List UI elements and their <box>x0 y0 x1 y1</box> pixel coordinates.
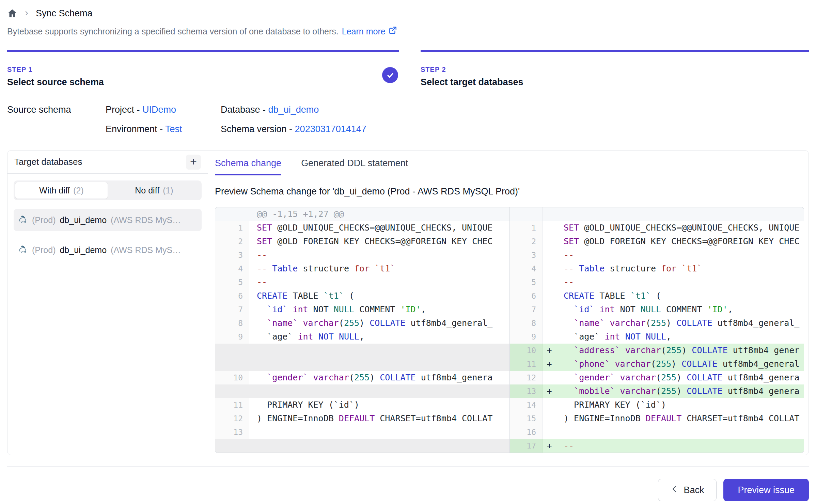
line-number <box>215 384 249 398</box>
diff-row: 8 `name` varchar(255) COLLATE utf8mb4_ge… <box>215 316 509 330</box>
project-link[interactable]: UIDemo <box>142 105 176 115</box>
line-number: 11 <box>215 398 249 412</box>
diff-row: 12) ENGINE=InnoDB DEFAULT CHARSET=utf8mb… <box>215 412 509 425</box>
line-number: 6 <box>510 289 543 303</box>
mysql-icon <box>18 244 28 256</box>
line-number <box>215 207 249 221</box>
learn-more-link[interactable]: Learn more <box>342 26 397 37</box>
source-schema-label: Source schema <box>7 105 106 115</box>
tab-no-diff[interactable]: No diff (1) <box>108 182 200 199</box>
database-list-item[interactable]: (Prod) db_ui_demo (AWS RDS MyS… <box>14 209 202 231</box>
code-line: `name` varchar(255) COLLATE utf8mb4_gene… <box>249 316 509 330</box>
diff-row: 16 <box>510 425 804 439</box>
check-icon <box>386 71 394 79</box>
code-line: `phone` varchar(255) COLLATE utf8mb4_gen… <box>556 357 804 371</box>
line-number: 13 <box>215 425 249 439</box>
breadcrumb-separator-icon: › <box>25 7 28 18</box>
preview-tabs: Schema change Generated DDL statement <box>215 158 804 175</box>
db-name: db_ui_demo <box>60 245 107 255</box>
diff-filter-tabs: With diff (2) No diff (1) <box>14 180 202 200</box>
line-number: 7 <box>510 303 543 316</box>
diff-row: 10 `gender` varchar(255) COLLATE utf8mb4… <box>215 371 509 384</box>
diff-row: 3-- <box>215 248 509 262</box>
diff-row: 2SET @OLD_FOREIGN_KEY_CHECKS=@@FOREIGN_K… <box>215 235 509 248</box>
diff-row <box>215 344 509 357</box>
diff-row: 10+ `address` varchar(255) COLLATE utf8m… <box>510 344 804 357</box>
line-number: 15 <box>510 412 543 425</box>
code-line: `gender` varchar(255) COLLATE utf8mb4_ge… <box>556 371 804 384</box>
diff-row: 13+ `mobile` varchar(255) COLLATE utf8mb… <box>510 384 804 398</box>
diff-row <box>215 357 509 371</box>
diff-row <box>215 439 509 453</box>
diff-row: 6CREATE TABLE `t1` ( <box>215 289 509 303</box>
preview-issue-button[interactable]: Preview issue <box>723 479 809 501</box>
stepper: STEP 1 Select source schema STEP 2 Selec… <box>7 50 809 88</box>
home-icon[interactable] <box>7 8 17 18</box>
code-line: PRIMARY KEY (`id`) <box>249 398 509 412</box>
diff-row: 6CREATE TABLE `t1` ( <box>510 289 804 303</box>
diff-hunk-header: @@ -1,15 +1,27 @@ <box>249 207 509 221</box>
diff-row: @@ -1,15 +1,27 @@ <box>215 207 509 221</box>
code-line: PRIMARY KEY (`id`) <box>556 398 804 412</box>
step-2-title: Select target databases <box>421 77 809 88</box>
db-environment: (Prod) <box>32 215 56 225</box>
database-link[interactable]: db_ui_demo <box>268 105 319 115</box>
line-number: 1 <box>215 221 249 235</box>
code-line <box>249 384 509 398</box>
tab-schema-change[interactable]: Schema change <box>215 158 281 175</box>
line-number: 17 <box>510 439 543 453</box>
line-number: 9 <box>215 330 249 344</box>
diff-row <box>510 207 804 221</box>
line-number: 4 <box>510 262 543 275</box>
code-line: `address` varchar(255) COLLATE utf8mb4_g… <box>556 344 804 357</box>
code-line: SET @OLD_UNIQUE_CHECKS=@@UNIQUE_CHECKS, … <box>556 221 804 235</box>
code-line: `mobile` varchar(255) COLLATE utf8mb4_ge… <box>556 384 804 398</box>
line-number: 11 <box>510 357 543 371</box>
database-field: Database - db_ui_demo <box>221 105 809 115</box>
diff-row: 5-- <box>510 275 804 289</box>
footer-actions: Back Preview issue <box>7 479 809 501</box>
code-line: -- <box>556 275 804 289</box>
line-number: 4 <box>215 262 249 275</box>
diff-add-marker <box>543 262 556 275</box>
chevron-left-icon <box>671 485 679 495</box>
code-line <box>249 344 509 357</box>
diff-row: 2SET @OLD_FOREIGN_KEY_CHECKS=@@FOREIGN_K… <box>510 235 804 248</box>
diff-row: 7 `id` int NOT NULL COMMENT 'ID', <box>510 303 804 316</box>
schema-diff-view: @@ -1,15 +1,27 @@1SET @OLD_UNIQUE_CHECKS… <box>215 207 804 453</box>
code-line <box>249 357 509 371</box>
line-number: 8 <box>215 316 249 330</box>
line-number: 2 <box>215 235 249 248</box>
code-line: -- Table structure for `t1` <box>249 262 509 275</box>
line-number <box>215 439 249 453</box>
code-line: `gender` varchar(255) COLLATE utf8mb4_ge… <box>249 371 509 384</box>
code-line: -- Table structure for `t1` <box>556 262 804 275</box>
breadcrumb: › Sync Schema <box>7 6 809 20</box>
diff-row: 4-- Table structure for `t1` <box>215 262 509 275</box>
diff-add-marker: + <box>543 439 556 453</box>
line-number: 5 <box>510 275 543 289</box>
line-number: 10 <box>510 344 543 357</box>
line-number: 3 <box>510 248 543 262</box>
line-number <box>215 357 249 371</box>
line-number: 2 <box>510 235 543 248</box>
schema-version-link[interactable]: 20230317014147 <box>295 124 366 134</box>
tab-with-diff[interactable]: With diff (2) <box>15 182 108 199</box>
line-number: 10 <box>215 371 249 384</box>
preview-region: Schema change Generated DDL statement Pr… <box>208 151 809 455</box>
database-list-item[interactable]: (Prod) db_ui_demo (AWS RDS MyS… <box>14 239 202 261</box>
diff-row: 5-- <box>215 275 509 289</box>
diff-add-marker <box>543 412 556 425</box>
code-line: SET @OLD_UNIQUE_CHECKS=@@UNIQUE_CHECKS, … <box>249 221 509 235</box>
diff-row: 14 PRIMARY KEY (`id`) <box>510 398 804 412</box>
diff-pane-new: 1SET @OLD_UNIQUE_CHECKS=@@UNIQUE_CHECKS,… <box>509 207 804 453</box>
environment-link[interactable]: Test <box>165 124 182 134</box>
code-line <box>249 425 509 439</box>
code-line <box>249 439 509 453</box>
tab-generated-ddl[interactable]: Generated DDL statement <box>301 158 408 175</box>
environment-field: Environment - Test <box>106 124 221 135</box>
add-target-database-button[interactable]: + <box>186 155 201 170</box>
back-button[interactable]: Back <box>658 479 717 501</box>
line-number: 14 <box>510 398 543 412</box>
step-1-complete-badge <box>382 67 398 83</box>
